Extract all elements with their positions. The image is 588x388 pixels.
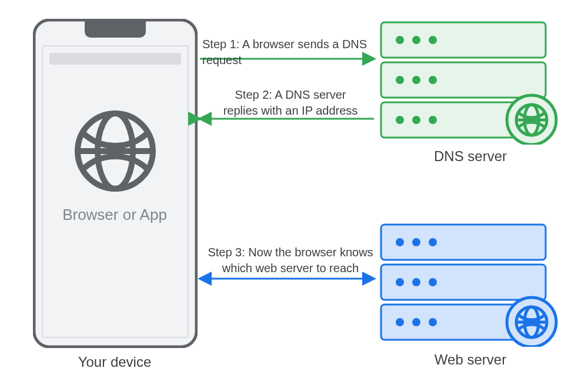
- svg-point-26: [412, 238, 420, 246]
- svg-point-13: [412, 76, 420, 84]
- svg-point-33: [429, 318, 437, 326]
- dns-server-stack: [380, 21, 562, 145]
- svg-point-16: [412, 116, 420, 124]
- svg-point-30: [429, 278, 437, 286]
- svg-point-31: [396, 318, 404, 326]
- svg-point-14: [429, 76, 437, 84]
- step3-text: Step 3: Now the browser knows which web …: [202, 245, 379, 276]
- svg-point-25: [396, 238, 404, 246]
- dns-server-label: DNS server: [412, 148, 529, 165]
- svg-rect-23: [381, 265, 546, 300]
- dns-globe-icon: [507, 95, 556, 145]
- device-caption: Your device: [59, 354, 171, 370]
- step2-text: Step 2: A DNS server replies with an IP …: [202, 87, 379, 119]
- diagram-root: Browser or App Your device DNS server: [0, 0, 588, 388]
- step3-line1: Step 3: Now the browser knows: [208, 246, 373, 259]
- svg-point-10: [412, 36, 420, 44]
- svg-rect-22: [381, 225, 546, 260]
- svg-rect-2: [49, 53, 181, 65]
- app-label: Browser or App: [53, 206, 176, 224]
- svg-point-12: [396, 76, 404, 84]
- svg-point-29: [412, 278, 420, 286]
- svg-rect-6: [381, 22, 546, 58]
- svg-point-27: [429, 238, 437, 246]
- svg-rect-7: [381, 62, 546, 98]
- svg-point-9: [396, 36, 404, 44]
- web-server-stack: [380, 223, 562, 347]
- svg-point-32: [412, 318, 420, 326]
- step2-line2: replies with an IP address: [223, 104, 358, 117]
- web-server-label: Web server: [412, 352, 529, 368]
- svg-point-15: [396, 116, 404, 124]
- web-globe-icon: [507, 297, 556, 347]
- step3-line2: which web server to reach: [222, 262, 359, 275]
- svg-point-11: [429, 36, 437, 44]
- phone-device: [33, 19, 198, 348]
- svg-point-28: [396, 278, 404, 286]
- svg-point-17: [429, 116, 437, 124]
- step1-text: Step 1: A browser sends a DNS request: [202, 36, 379, 68]
- step2-line1: Step 2: A DNS server: [235, 88, 346, 101]
